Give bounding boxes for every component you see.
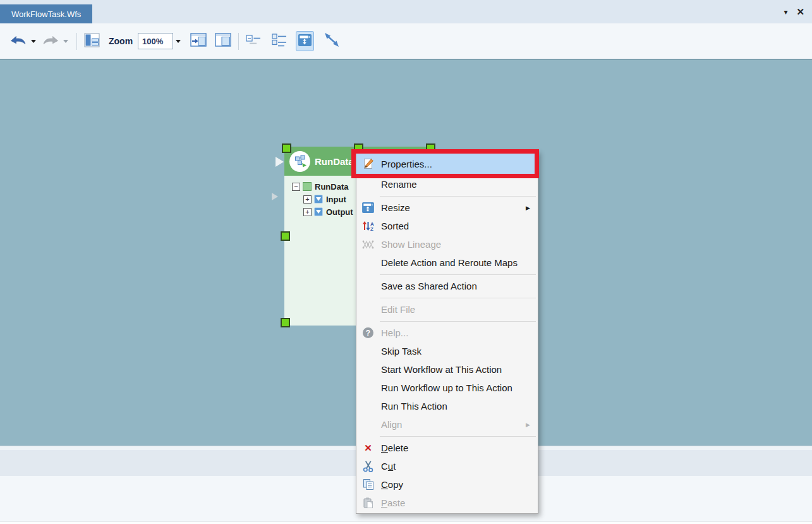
menu-item-delete[interactable]: ✕ Delete: [356, 439, 538, 457]
paste-icon: [358, 497, 379, 509]
undo-button[interactable]: [8, 32, 28, 51]
selection-handle[interactable]: [281, 231, 290, 241]
window-bottom-border: [0, 521, 812, 524]
menu-item-align[interactable]: Align ▶: [356, 415, 538, 434]
pane-window-controls: ▾ ✕: [784, 0, 804, 23]
menu-item-label: Paste: [379, 497, 405, 508]
menu-item-show-lineage[interactable]: Show Lineage: [356, 235, 538, 253]
tab-workflowtask[interactable]: WorkFlowTask.Wfs: [0, 4, 92, 23]
sorted-icon: AZ: [358, 221, 379, 231]
redo-dropdown-caret-icon[interactable]: [63, 40, 68, 43]
collapse-pane-button[interactable]: [213, 32, 233, 51]
menu-item-label: Align: [379, 419, 402, 430]
menu-item-label: Properties...: [379, 159, 432, 169]
menu-separator: [380, 436, 536, 437]
collapse-all-icon: [246, 34, 261, 49]
svg-text:Z: Z: [370, 226, 373, 231]
menu-item-label: Resize: [379, 202, 410, 213]
expand-pane-icon: [190, 33, 207, 49]
menu-item-label: Save as Shared Action: [379, 281, 477, 291]
pane-menu-caret-icon[interactable]: ▾: [784, 8, 787, 16]
zoom-label: Zoom: [109, 36, 133, 46]
expand-expander-icon[interactable]: +: [303, 208, 312, 216]
expand-all-button[interactable]: [270, 32, 289, 51]
expand-expander-icon[interactable]: +: [303, 195, 312, 204]
document-tab-bar: WorkFlowTask.Wfs ▾ ✕: [0, 0, 812, 23]
menu-separator: [380, 298, 536, 298]
delete-icon: ✕: [358, 442, 379, 454]
zoom-value: 100%: [142, 37, 163, 46]
zoom-dropdown-button[interactable]: [173, 33, 183, 49]
menu-item-label: Cut: [379, 461, 396, 472]
menu-item-paste[interactable]: Paste: [356, 494, 538, 512]
menu-item-copy[interactable]: Copy: [356, 475, 538, 494]
selection-handle[interactable]: [282, 143, 291, 153]
expand-pane-button[interactable]: [188, 32, 209, 51]
collapse-pane-icon: [215, 33, 231, 49]
menu-item-label: Rename: [379, 179, 417, 190]
menu-item-resize[interactable]: Resize ▶: [356, 198, 538, 217]
node-connector-arrow-icon: [276, 157, 284, 167]
menu-item-label: Run This Action: [379, 401, 447, 411]
menu-item-label: Start Workflow at This Action: [379, 364, 502, 375]
menu-item-sorted[interactable]: AZ Sorted: [356, 217, 538, 235]
menu-item-run-workflow-up-to-action[interactable]: Run Workflow up to This Action: [356, 379, 538, 397]
menu-item-label: Copy: [379, 479, 403, 490]
menu-item-save-shared-action[interactable]: Save as Shared Action: [356, 277, 538, 295]
menu-item-label: Delete: [379, 442, 408, 453]
toolbar-separator: [76, 33, 77, 50]
collapse-expander-icon[interactable]: −: [292, 183, 300, 191]
redo-button[interactable]: [40, 32, 61, 51]
menu-item-delete-action-reroute[interactable]: Delete Action and Reroute Maps: [356, 253, 538, 272]
menu-item-label: Skip Task: [379, 346, 421, 356]
expand-all-icon: [272, 34, 287, 49]
menu-item-help[interactable]: ? Help...: [356, 324, 538, 342]
menu-item-label: Delete Action and Reroute Maps: [379, 257, 518, 268]
output-port-icon: [314, 207, 323, 216]
undo-dropdown-caret-icon[interactable]: [31, 40, 36, 43]
menu-item-cut[interactable]: Cut: [356, 457, 538, 475]
collapse-all-button[interactable]: [244, 32, 263, 51]
menu-item-rename[interactable]: Rename: [356, 175, 538, 193]
menu-item-label: Run Workflow up to This Action: [379, 382, 512, 393]
draw-connector-button[interactable]: [321, 32, 342, 51]
properties-icon: [358, 158, 379, 169]
menu-item-label: Sorted: [379, 221, 409, 231]
workspace-layout-icon: [84, 33, 100, 50]
help-icon: ?: [358, 327, 379, 338]
table-icon: [303, 182, 312, 191]
close-icon[interactable]: ✕: [796, 7, 804, 16]
resize-mode-icon: [298, 34, 312, 49]
workspace-layout-button[interactable]: [82, 32, 102, 51]
lineage-icon: [358, 240, 379, 250]
input-port-icon: [314, 195, 323, 204]
tree-item-label: Input: [326, 195, 346, 204]
selection-handle[interactable]: [281, 318, 290, 327]
menu-separator: [380, 196, 536, 197]
workflow-designer-window: WorkFlowTask.Wfs ▾ ✕ Zoom 100%: [0, 0, 812, 524]
cut-icon: [358, 460, 379, 472]
menu-separator: [380, 274, 536, 275]
submenu-arrow-icon: ▶: [526, 422, 530, 428]
menu-item-properties[interactable]: Properties...: [356, 152, 538, 175]
menu-item-edit-file[interactable]: Edit File: [356, 300, 538, 319]
tree-item-label: Output: [326, 207, 353, 217]
undo-icon: [10, 35, 27, 47]
tab-title: WorkFlowTask.Wfs: [11, 9, 81, 19]
resize-icon: [358, 202, 379, 213]
connector-line-icon: [323, 32, 341, 51]
resize-mode-button[interactable]: [296, 31, 314, 51]
input-connector-arrow-icon: [272, 193, 278, 200]
context-menu: Properties... Rename Resize ▶ AZ Sorted …: [356, 150, 538, 514]
menu-item-label: Show Lineage: [379, 239, 441, 250]
toolbar: Zoom 100%: [0, 23, 812, 59]
node-title: RunData: [315, 156, 354, 167]
submenu-arrow-icon: ▶: [526, 205, 530, 211]
redo-icon: [42, 35, 59, 47]
menu-item-label: Edit File: [379, 304, 415, 315]
menu-item-start-workflow-at-action[interactable]: Start Workflow at This Action: [356, 360, 538, 379]
menu-separator: [380, 321, 536, 322]
zoom-value-input[interactable]: 100%: [138, 33, 173, 49]
menu-item-skip-task[interactable]: Skip Task: [356, 342, 538, 360]
menu-item-run-this-action[interactable]: Run This Action: [356, 397, 538, 415]
